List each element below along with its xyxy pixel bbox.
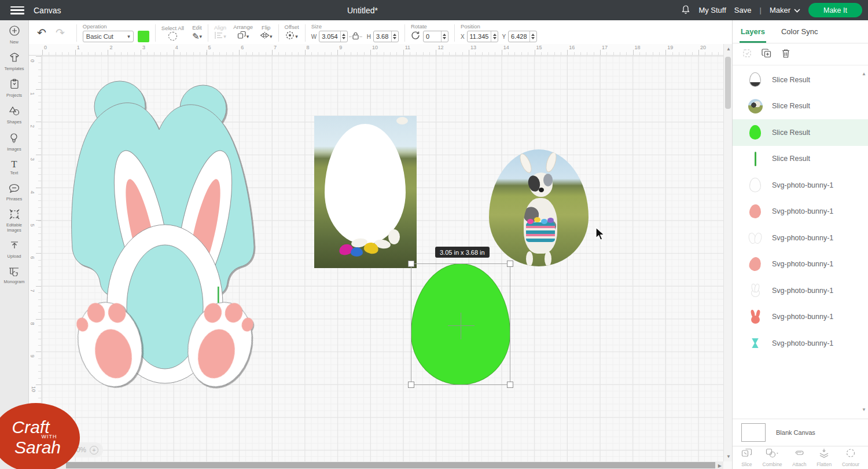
cricut-design-space-app: Canvas Untitled* My Stuff Save | Maker M… (0, 0, 868, 469)
contour-button[interactable]: Contour (842, 448, 859, 467)
scroll-up-arrow[interactable]: ▲ (726, 46, 731, 52)
egg-shaped-dog-photo[interactable] (489, 149, 589, 266)
dog-photo-with-egg-cutout[interactable] (314, 116, 417, 268)
height-input[interactable]: 3.68 (373, 31, 399, 42)
horizontal-scroll-thumb[interactable] (66, 462, 715, 468)
layer-row[interactable]: Slice Result (733, 146, 868, 173)
speech-bubble-icon (9, 184, 20, 196)
slice-button[interactable]: Slice (741, 448, 752, 467)
layer-list: Slice Result Slice Result Slice Result S… (733, 67, 868, 357)
position-x-stepper[interactable] (491, 31, 498, 42)
blank-canvas-row[interactable]: Blank Canvas (733, 419, 868, 446)
panel-scroll-up-arrow[interactable]: ▲ (862, 71, 866, 76)
flip-button[interactable]: Flip ▾ (260, 24, 273, 42)
redo-button[interactable]: ↷ (56, 26, 65, 39)
operation-section: Operation Basic Cut▾ (83, 21, 149, 45)
layer-row[interactable]: Svg-photo-bunny-1 (733, 304, 868, 331)
canvas-vertical-scrollbar[interactable]: ▲ ▼ (723, 44, 732, 461)
hamburger-menu-icon[interactable] (10, 6, 24, 14)
basket-egg (541, 219, 547, 224)
height-stepper[interactable] (391, 31, 398, 42)
position-y-stepper[interactable] (529, 31, 536, 42)
layer-row[interactable]: Slice Result (733, 67, 868, 93)
position-x-input[interactable]: 11.345 (467, 31, 499, 42)
my-stuff-link[interactable]: My Stuff (698, 6, 726, 14)
combine-button[interactable]: Combine (763, 448, 782, 467)
rotate-icon[interactable] (411, 31, 420, 42)
align-button[interactable]: Align ▾ (214, 24, 226, 42)
sidebar-item-text[interactable]: T Text (10, 159, 19, 176)
flatten-button[interactable]: Flatten (816, 448, 832, 467)
panel-scroll-down-arrow[interactable]: ▼ (862, 407, 866, 412)
layer-row[interactable]: Svg-photo-bunny-1 (733, 225, 868, 251)
blank-canvas-swatch[interactable] (741, 423, 766, 442)
resize-handle-bottom-left[interactable] (408, 382, 414, 388)
select-all-button[interactable]: Select All (161, 25, 184, 41)
bunny-ear-costume (544, 151, 558, 174)
sidebar-item-images[interactable]: Images (7, 133, 21, 152)
undo-button[interactable]: ↶ (37, 26, 46, 39)
vertical-scroll-thumb[interactable] (725, 57, 731, 109)
arrange-button[interactable]: Arrange ▾ (233, 24, 253, 42)
layer-row[interactable]: Svg-photo-bunny-1 (733, 251, 868, 278)
dog-leg (526, 251, 533, 266)
canvas-horizontal-scrollbar[interactable]: ◀ ▶ (32, 461, 723, 469)
resize-handle-bottom-right[interactable] (507, 382, 513, 388)
sidebar-item-new[interactable]: New (9, 25, 20, 45)
attach-button[interactable]: Attach (792, 448, 806, 467)
layer-row[interactable]: Slice Result (733, 93, 868, 120)
bunny-svg-artwork[interactable] (55, 75, 272, 394)
lightbulb-icon (9, 133, 19, 146)
color-swatch[interactable] (138, 31, 149, 42)
layer-thumbnail-white-egg (749, 178, 761, 192)
layer-row[interactable]: Svg-photo-bunny-1 (733, 330, 868, 357)
delete-icon[interactable] (781, 48, 790, 61)
multi-select-icon[interactable] (742, 48, 752, 61)
sidebar-item-upload[interactable]: Upload (8, 241, 21, 259)
bell-icon[interactable] (681, 5, 690, 16)
machine-selector[interactable]: Maker (770, 6, 790, 14)
sidebar-item-monogram[interactable]: Monogram (4, 266, 25, 285)
size-section: Size W 3.054 H 3.68 (311, 21, 399, 45)
layer-thumbnail-white-feet (748, 232, 762, 244)
width-stepper[interactable] (340, 31, 347, 42)
layer-row[interactable]: Svg-photo-bunny-1 (733, 277, 868, 304)
layer-row[interactable]: Slice Result (733, 119, 868, 146)
operation-dropdown[interactable]: Basic Cut▾ (83, 31, 134, 42)
tab-color-sync[interactable]: Color Sync (781, 20, 818, 43)
width-input[interactable]: 3.054 (319, 31, 348, 42)
resize-handle-top-right[interactable] (507, 261, 513, 267)
design-canvas[interactable]: 3.05 in x 3.68 in (42, 56, 723, 461)
chevron-down-icon[interactable] (794, 6, 800, 14)
scroll-right-arrow[interactable]: ▶ (718, 463, 722, 468)
selection-bounding-box[interactable] (411, 263, 510, 385)
rotate-stepper[interactable] (441, 31, 448, 42)
layer-thumbnail-green-line (755, 152, 756, 166)
size-tooltip: 3.05 in x 3.68 in (435, 247, 490, 258)
offset-button[interactable]: Offset ▾ (285, 24, 299, 42)
save-link[interactable]: Save (734, 6, 752, 14)
sidebar-item-projects[interactable]: Projects (6, 79, 22, 98)
shirt-icon (9, 53, 20, 65)
sidebar-item-editable-images[interactable]: Editable Images (1, 209, 28, 233)
layer-row[interactable]: Svg-photo-bunny-1 (733, 199, 868, 225)
sidebar-item-phrases[interactable]: Phrases (6, 184, 23, 202)
make-it-button[interactable]: Make It (808, 3, 862, 17)
duplicate-icon[interactable] (762, 48, 772, 61)
position-y-input[interactable]: 6.428 (508, 31, 537, 42)
edit-button[interactable]: Edit ✎▾ (192, 24, 202, 42)
offset-icon (285, 31, 295, 42)
rotate-input[interactable]: 0 (423, 31, 448, 42)
sidebar-item-shapes[interactable]: Shapes (7, 106, 21, 125)
tab-layers[interactable]: Layers (741, 20, 765, 43)
scroll-down-arrow[interactable]: ▼ (726, 454, 731, 459)
zoom-in-icon[interactable]: + (90, 446, 98, 455)
select-all-icon (168, 32, 177, 41)
lock-icon[interactable] (352, 31, 359, 42)
sidebar-item-templates[interactable]: Templates (4, 53, 24, 72)
resize-handle-top-left[interactable] (408, 261, 414, 267)
upload-icon (10, 241, 19, 253)
ruler-horizontal: 01234567891011121314151617181920 (29, 44, 723, 56)
layer-row[interactable]: Svg-photo-bunny-1 (733, 172, 868, 199)
layer-thumbnail-green-egg (749, 125, 761, 140)
